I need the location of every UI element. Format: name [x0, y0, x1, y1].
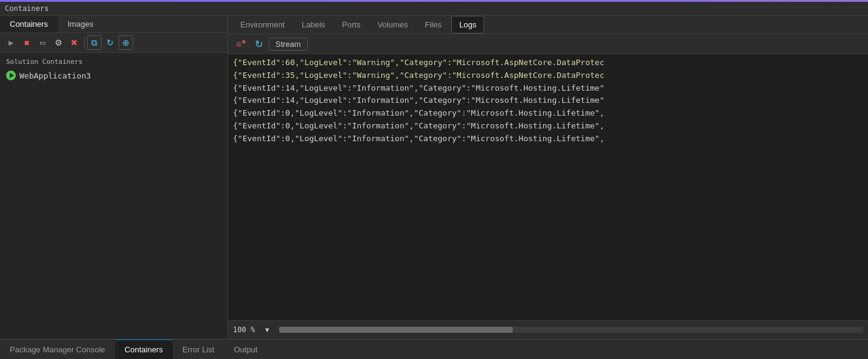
- log-line-4: {"EventId":0,"LogLevel":"Information","C…: [233, 107, 863, 120]
- content-tabs: Environment Labels Ports Volumes Files L…: [228, 16, 868, 34]
- terminal-button[interactable]: ▭: [35, 35, 50, 50]
- bottom-tab-error-list[interactable]: Error List: [173, 340, 224, 359]
- title-bar-label: Containers: [5, 4, 49, 13]
- stop-button[interactable]: ■: [19, 35, 34, 50]
- sidebar-toolbar: ▶ ■ ▭ ⚙ ✖ ⧉ ↻ ⊕: [0, 33, 227, 53]
- running-status-icon: [6, 71, 16, 80]
- sidebar: Containers Images ▶ ■ ▭ ⚙ ✖ ⧉: [0, 16, 228, 339]
- log-line-6: {"EventId":0,"LogLevel":"Information","C…: [233, 133, 863, 145]
- copy-button[interactable]: ⧉: [87, 35, 102, 50]
- play-icon: ▶: [9, 39, 13, 47]
- stream-button[interactable]: Stream: [269, 38, 308, 51]
- log-line-1: {"EventId":35,"LogLevel":"Warning","Cate…: [233, 69, 863, 82]
- stop-icon: ■: [24, 38, 29, 47]
- restart-stream-icon: ↻: [255, 38, 263, 50]
- tab-ports[interactable]: Ports: [335, 16, 367, 33]
- log-line-2: {"EventId":14,"LogLevel":"Information","…: [233, 82, 863, 95]
- status-bar: 100 % ▼: [228, 320, 868, 339]
- bottom-tab-output[interactable]: Output: [224, 340, 267, 359]
- restart-stream-button[interactable]: ↻: [252, 37, 266, 51]
- bottom-tab-containers[interactable]: Containers: [115, 340, 173, 359]
- content-area: Environment Labels Ports Volumes Files L…: [228, 16, 868, 339]
- log-line-5: {"EventId":0,"LogLevel":"Information","C…: [233, 120, 863, 133]
- horizontal-scrollbar[interactable]: [279, 327, 863, 333]
- clear-icon: ≡✖: [236, 39, 246, 49]
- scrollbar-thumb: [279, 327, 513, 333]
- log-line-0: {"EventId":60,"LogLevel":"Warning","Cate…: [233, 57, 863, 69]
- container-name: WebApplication3: [19, 71, 91, 80]
- container-item-webapplication3[interactable]: WebApplication3: [0, 68, 227, 83]
- pull-icon: ⊕: [122, 38, 130, 47]
- tab-files[interactable]: Files: [418, 16, 449, 33]
- delete-button[interactable]: ✖: [67, 35, 82, 50]
- tab-environment[interactable]: Environment: [233, 16, 292, 33]
- gear-icon: ⚙: [55, 38, 63, 47]
- zoom-label: 100 %: [233, 326, 255, 334]
- tab-logs[interactable]: Logs: [451, 16, 484, 33]
- main-area: Containers Images ▶ ■ ▭ ⚙ ✖ ⧉: [0, 16, 868, 339]
- play-button[interactable]: ▶: [4, 35, 18, 50]
- refresh-button[interactable]: ↻: [103, 35, 117, 50]
- log-line-3: {"EventId":14,"LogLevel":"Information","…: [233, 94, 863, 107]
- clear-logs-button[interactable]: ≡✖: [233, 37, 249, 51]
- sidebar-tab-images[interactable]: Images: [58, 16, 103, 32]
- title-bar: Containers: [0, 2, 868, 16]
- tab-labels[interactable]: Labels: [294, 16, 332, 33]
- tab-volumes[interactable]: Volumes: [370, 16, 415, 33]
- toolbar-separator: [84, 38, 85, 47]
- zoom-dropdown-button[interactable]: ▼: [260, 322, 274, 337]
- settings-button[interactable]: ⚙: [51, 35, 66, 50]
- sidebar-tabs: Containers Images: [0, 16, 227, 33]
- content-toolbar: ≡✖ ↻ Stream: [228, 34, 868, 54]
- log-area: {"EventId":60,"LogLevel":"Warning","Cate…: [228, 54, 868, 320]
- bottom-tab-package-manager[interactable]: Package Manager Console: [0, 340, 115, 359]
- bottom-tab-bar: Package Manager Console Containers Error…: [0, 339, 868, 359]
- solution-containers-label: Solution Containers: [0, 53, 227, 68]
- refresh-icon: ↻: [106, 38, 114, 47]
- delete-icon: ✖: [71, 38, 78, 47]
- terminal-icon: ▭: [40, 39, 46, 47]
- pull-button[interactable]: ⊕: [119, 35, 133, 50]
- sidebar-tab-containers[interactable]: Containers: [0, 16, 58, 32]
- copy-icon: ⧉: [91, 38, 97, 48]
